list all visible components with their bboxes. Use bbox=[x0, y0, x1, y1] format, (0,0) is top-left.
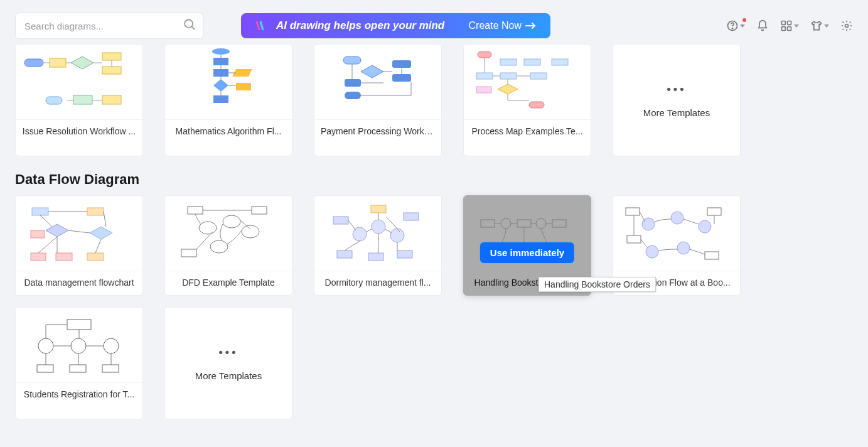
svg-rect-31 bbox=[500, 59, 517, 65]
tooltip: Handling Bookstore Orders bbox=[538, 277, 656, 292]
tshirt-icon bbox=[810, 19, 823, 32]
apps-button[interactable] bbox=[780, 19, 799, 32]
use-immediately-button[interactable]: Use immediately bbox=[480, 242, 574, 263]
svg-rect-12 bbox=[102, 53, 121, 60]
svg-rect-38 bbox=[529, 102, 544, 108]
bell-icon bbox=[756, 19, 769, 32]
bell-button[interactable] bbox=[756, 19, 769, 32]
svg-rect-39 bbox=[476, 87, 491, 93]
template-row-1: Issue Resolution Workflow ... Mathematic… bbox=[15, 44, 853, 156]
svg-point-67 bbox=[536, 218, 546, 229]
svg-marker-42 bbox=[46, 224, 68, 237]
svg-rect-66 bbox=[517, 220, 531, 227]
svg-rect-16 bbox=[102, 95, 121, 104]
svg-point-0 bbox=[185, 19, 193, 28]
svg-rect-24 bbox=[343, 57, 361, 64]
template-thumb bbox=[613, 196, 740, 271]
svg-rect-47 bbox=[56, 253, 72, 261]
template-card[interactable]: Dormitory management fl... bbox=[314, 195, 442, 296]
svg-point-65 bbox=[501, 218, 511, 229]
top-bar: AI drawing helps open your mind Create N… bbox=[0, 0, 868, 44]
apps-icon bbox=[780, 19, 793, 32]
ai-banner[interactable]: AI drawing helps open your mind Create N… bbox=[241, 13, 550, 38]
svg-marker-43 bbox=[90, 227, 112, 239]
template-thumb bbox=[165, 196, 292, 271]
template-card[interactable]: Data management flowchart bbox=[15, 195, 143, 296]
template-card[interactable]: Students Registration for T... bbox=[15, 307, 143, 419]
svg-rect-86 bbox=[37, 365, 53, 372]
svg-rect-48 bbox=[188, 207, 203, 214]
svg-rect-55 bbox=[333, 217, 348, 224]
svg-rect-62 bbox=[368, 253, 383, 261]
svg-rect-40 bbox=[32, 208, 48, 215]
template-card[interactable]: Issue Resolution Workflow ... bbox=[15, 44, 143, 156]
svg-point-17 bbox=[212, 48, 230, 55]
svg-rect-19 bbox=[213, 69, 228, 77]
template-card[interactable]: Payment Processing Workfl... bbox=[314, 44, 442, 156]
template-thumb bbox=[165, 45, 292, 120]
svg-point-8 bbox=[845, 24, 849, 28]
template-card[interactable]: Mathematics Algorithm Fl... bbox=[164, 44, 292, 156]
svg-rect-9 bbox=[24, 59, 43, 67]
more-templates-card[interactable]: ••• More Templates bbox=[164, 307, 292, 419]
template-label: Students Registration for T... bbox=[16, 383, 142, 407]
template-thumb bbox=[16, 308, 142, 383]
svg-point-50 bbox=[199, 222, 217, 234]
gear-icon bbox=[840, 19, 853, 32]
svg-rect-54 bbox=[181, 249, 196, 257]
svg-marker-37 bbox=[498, 84, 518, 94]
svg-rect-6 bbox=[782, 27, 786, 31]
svg-rect-63 bbox=[397, 250, 412, 258]
ellipsis-icon: ••• bbox=[219, 346, 238, 359]
more-templates-body: ••• More Templates bbox=[613, 45, 740, 156]
chevron-down-icon bbox=[824, 24, 829, 28]
svg-rect-30 bbox=[478, 51, 491, 58]
svg-rect-87 bbox=[70, 365, 86, 372]
template-label: Process Map Examples Te... bbox=[464, 120, 591, 144]
template-label: Dormitory management fl... bbox=[314, 271, 441, 295]
more-templates-card[interactable]: ••• More Templates bbox=[613, 44, 741, 156]
svg-rect-64 bbox=[481, 220, 495, 227]
help-button[interactable] bbox=[726, 19, 745, 32]
svg-rect-18 bbox=[213, 58, 228, 65]
template-label: Issue Resolution Workflow ... bbox=[16, 120, 142, 144]
svg-rect-41 bbox=[87, 208, 104, 215]
svg-rect-7 bbox=[788, 27, 791, 31]
template-label: DFD Example Template bbox=[165, 271, 292, 295]
template-label: Data management flowchart bbox=[16, 271, 142, 295]
template-card[interactable]: Process Map Examples Te... bbox=[463, 44, 591, 156]
settings-button[interactable] bbox=[840, 19, 853, 32]
svg-rect-88 bbox=[102, 365, 119, 372]
template-card[interactable]: DFD Example Template bbox=[164, 195, 292, 296]
search-box[interactable] bbox=[15, 13, 203, 39]
svg-rect-34 bbox=[476, 73, 493, 79]
ellipsis-icon: ••• bbox=[667, 83, 687, 96]
svg-rect-81 bbox=[705, 252, 719, 259]
arrow-right-icon bbox=[525, 22, 537, 30]
svg-rect-28 bbox=[345, 79, 361, 87]
svg-point-83 bbox=[38, 338, 53, 353]
template-thumb bbox=[16, 196, 142, 271]
search-icon[interactable] bbox=[183, 18, 196, 34]
svg-rect-74 bbox=[707, 208, 721, 215]
svg-rect-13 bbox=[102, 67, 121, 74]
svg-rect-5 bbox=[788, 21, 791, 25]
template-row-3: Students Registration for T... ••• More … bbox=[15, 307, 853, 419]
svg-rect-33 bbox=[552, 59, 568, 65]
theme-button[interactable] bbox=[810, 19, 829, 32]
template-row-2: Data management flowchart DFD Example Te… bbox=[15, 195, 853, 296]
svg-rect-82 bbox=[67, 320, 91, 330]
svg-rect-4 bbox=[782, 21, 786, 25]
svg-rect-23 bbox=[236, 83, 251, 90]
search-input[interactable] bbox=[16, 21, 203, 31]
svg-rect-26 bbox=[392, 60, 411, 68]
more-templates-label: More Templates bbox=[643, 107, 710, 118]
svg-marker-20 bbox=[213, 79, 228, 92]
svg-rect-45 bbox=[31, 253, 46, 261]
svg-point-52 bbox=[242, 225, 259, 238]
ai-banner-cta[interactable]: Create Now bbox=[469, 20, 537, 31]
svg-rect-27 bbox=[392, 74, 411, 82]
svg-marker-11 bbox=[71, 57, 94, 69]
template-thumb bbox=[314, 196, 441, 271]
svg-point-59 bbox=[372, 220, 385, 234]
